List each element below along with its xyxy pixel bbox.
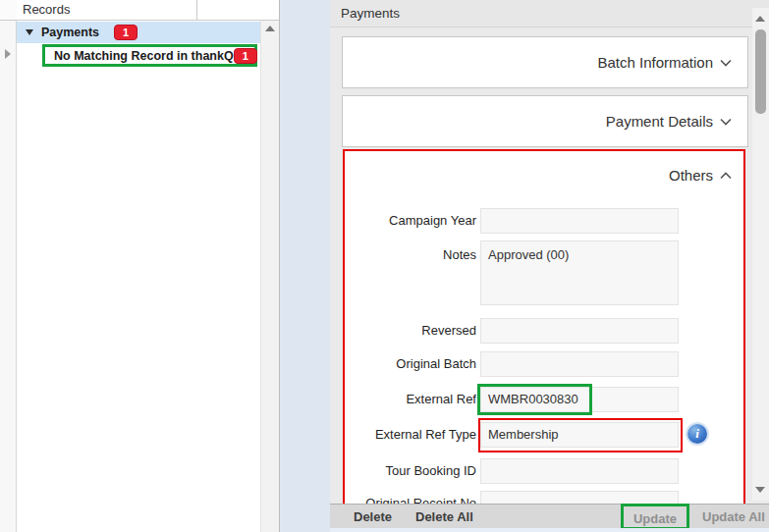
tree-row-no-matching-record-label: No Matching Record in thankQ: [54, 49, 234, 63]
payments-detail-panel: Payments Batch Information Payment Detai…: [330, 0, 769, 532]
app-window: Records Payments 1 No Matching Record in…: [0, 0, 769, 532]
column-separator: [196, 0, 197, 21]
chevron-up-icon[interactable]: [720, 172, 732, 180]
detail-panel-title: Payments: [341, 6, 400, 21]
external-ref-input[interactable]: WMBR0030830: [480, 387, 679, 412]
tour-booking-id-input[interactable]: [480, 458, 679, 484]
section-batch-information[interactable]: Batch Information: [342, 36, 748, 88]
footer-toolbar: Delete Delete All Update Update All: [330, 504, 769, 528]
green-highlight-box-update: Update: [621, 504, 689, 530]
notes-label: Notes: [345, 247, 476, 262]
delete-button[interactable]: Delete: [354, 505, 392, 529]
tree-row-payments[interactable]: Payments 1: [17, 22, 260, 43]
info-icon[interactable]: i: [687, 424, 707, 444]
window-bottom-edge: [330, 528, 769, 532]
section-payment-details-label: Payment Details: [606, 113, 713, 130]
tree-scrollbar[interactable]: [260, 21, 279, 532]
section-others: Others Campaign Year Notes Approved (00)…: [343, 149, 745, 504]
row-selector-gutter: [0, 0, 17, 532]
reversed-input[interactable]: [480, 318, 679, 344]
chevron-down-icon[interactable]: [720, 59, 732, 67]
delete-all-button[interactable]: Delete All: [415, 505, 473, 529]
payments-count-badge: 1: [114, 25, 137, 40]
records-column-header: Records: [17, 0, 279, 21]
external-ref-label: External Ref: [345, 392, 476, 406]
original-batch-input[interactable]: [480, 351, 679, 377]
scroll-up-icon[interactable]: [755, 16, 765, 22]
no-matching-record-count-badge: 1: [234, 48, 257, 64]
scrollbar-thumb[interactable]: [755, 29, 766, 114]
section-payment-details[interactable]: Payment Details: [342, 95, 748, 147]
section-others-header[interactable]: Others: [669, 167, 732, 184]
scroll-down-icon[interactable]: [755, 487, 765, 493]
detail-panel-header: Payments: [330, 0, 769, 27]
current-row-indicator-icon: [5, 49, 11, 59]
campaign-year-input[interactable]: [480, 208, 679, 234]
original-batch-label: Original Batch: [345, 356, 476, 371]
original-receipt-no-label: Original Receipt No: [345, 496, 476, 504]
tree-row-no-matching-record[interactable]: No Matching Record in thankQ 1: [42, 44, 257, 67]
detail-scrollbar[interactable]: [752, 8, 769, 501]
records-tree: Payments 1: [17, 21, 260, 532]
reversed-label: Reversed: [345, 323, 476, 338]
chevron-down-icon[interactable]: [720, 118, 732, 126]
tree-row-payments-label: Payments: [41, 26, 99, 39]
section-batch-information-label: Batch Information: [597, 54, 713, 71]
tour-booking-id-label: Tour Booking ID: [345, 463, 476, 478]
section-others-label: Others: [669, 167, 713, 184]
campaign-year-label: Campaign Year: [345, 213, 476, 228]
external-ref-type-label: External Ref Type: [345, 427, 476, 442]
original-receipt-no-input[interactable]: [480, 491, 679, 504]
scroll-up-icon[interactable]: [265, 26, 275, 31]
expand-collapse-icon[interactable]: [26, 29, 33, 35]
records-header-label: Records: [23, 2, 70, 17]
panel-splitter[interactable]: [279, 0, 330, 532]
gutter-header-cell: [0, 0, 17, 21]
update-all-button[interactable]: Update All: [702, 505, 765, 529]
external-ref-type-input[interactable]: Membership: [480, 422, 679, 448]
notes-input[interactable]: Approved (00): [480, 240, 679, 305]
